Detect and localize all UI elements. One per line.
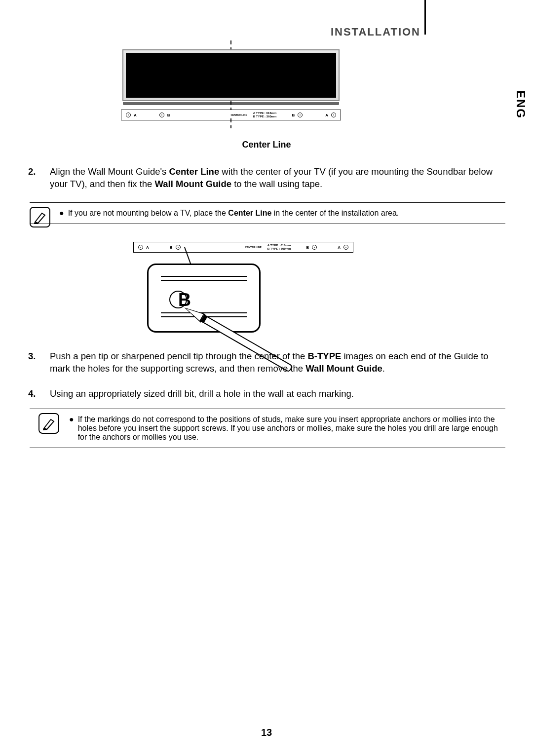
guide-label-a: A [134,113,137,117]
guide-type-label: A TYPE : 616mmB TYPE : 360mm [267,244,291,250]
guide-hole-icon [159,113,164,117]
note-text: If you are not mounting below a TV, plac… [68,209,228,217]
tv-outline [122,49,340,101]
guide-centerline-label: CENTER LINE [230,113,247,116]
guide-label-b: B [306,245,309,250]
step-text: Push a pen tip or sharpened pencil tip t… [50,351,307,361]
language-label: ENG [514,90,528,119]
step-text: . [382,363,385,374]
guide-label-a: A [338,245,341,250]
figure-caption: Center Line [0,140,533,150]
bold-term: Center Line [169,166,219,177]
bold-term: Wall Mount Guide [305,363,382,374]
centerline-dash [230,118,231,128]
header-rule [424,0,426,35]
callout-bubble: B [147,264,261,333]
guide-hole-icon [138,245,143,250]
step-text: to the wall using tape. [231,179,322,189]
note-text: in the center of the installation area. [271,209,399,217]
note-block: ● If you are not mounting below a TV, pl… [30,202,505,224]
guide-label-b: B [292,113,295,117]
bold-term: Wall Mount Guide [155,179,232,189]
note-bullet: ● If you are not mounting below a TV, pl… [59,209,505,218]
note-text: If the markings do not correspond to the… [78,415,505,442]
guide-label-b: B [167,113,170,117]
note-bullet: ● If the markings do not correspond to t… [69,415,505,442]
note-block: ● If the markings do not correspond to t… [30,409,505,448]
guide-hole-icon [343,245,348,250]
note-icon [38,413,59,434]
figure-tv-centerline: A B CENTER LINE A TYPE : 616mmB TYPE : 3… [120,40,342,137]
bullet-icon: ● [69,415,74,442]
guide-hole-icon [312,245,317,250]
guide-hole-icon [298,113,303,117]
note-icon [30,207,50,227]
bold-term: Center Line [228,209,271,217]
page-number: 13 [0,727,533,738]
guide-label-b: B [170,245,173,250]
section-title: INSTALLATION [331,26,420,38]
step-text: Align the Wall Mount Guide's [50,166,169,177]
guide-centerline-label: CENTER LINE [245,246,261,249]
centerline-dash [230,40,231,50]
step-text: Using an appropriately sized drill bit, … [50,388,354,399]
step-number: 4. [39,388,50,400]
language-tab: ENG [508,75,533,134]
guide-hole-icon [176,245,181,250]
step-number: 2. [39,166,50,178]
step-4: 4.Using an appropriately sized drill bit… [39,388,505,400]
figure-pen-mark: A B CENTER LINE A TYPE : 616mmB TYPE : 3… [132,242,335,336]
step-3: 3.Push a pen tip or sharpened pencil tip… [39,350,505,375]
tv-screen [126,53,336,98]
bold-term: B-TYPE [307,351,341,361]
wall-mount-guide-strip: A B CENTER LINE A TYPE : 616mmB TYPE : 3… [133,242,353,253]
guide-label-a: A [146,245,149,250]
step-number: 3. [39,350,50,363]
guide-type-label: A TYPE : 616mmB TYPE : 360mm [253,112,277,118]
guide-hole-icon [331,113,336,117]
bubble-lines [161,276,247,284]
guide-label-a: A [325,113,328,117]
bullet-icon: ● [59,209,64,218]
guide-hole-icon [126,113,131,117]
step-2: 2.Align the Wall Mount Guide's Center Li… [39,166,505,190]
